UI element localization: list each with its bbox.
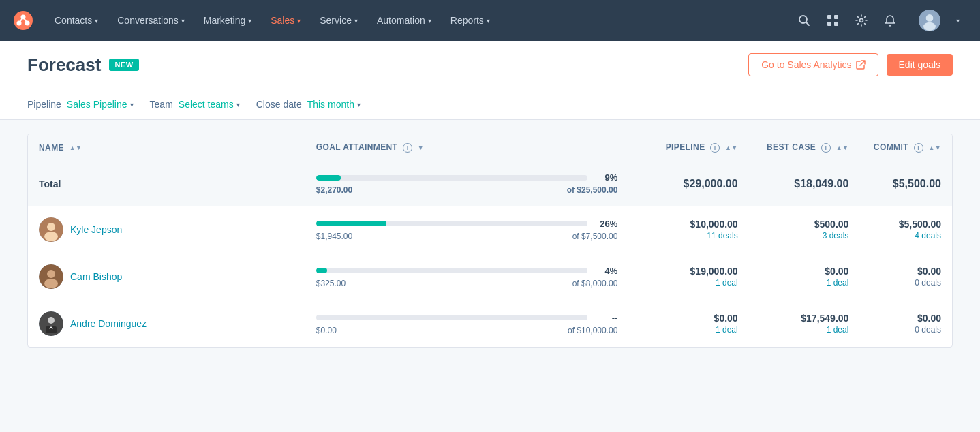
external-link-icon (856, 60, 866, 70)
bestcase-info-icon[interactable]: i (821, 143, 831, 153)
person-goal-cell: -- $0.00 of $10,000.00 (305, 300, 629, 348)
bestcase-deals[interactable]: 1 deal (760, 325, 849, 335)
pipeline-amount: $19,000.00 (639, 266, 737, 277)
pipeline-info-icon[interactable]: i (710, 143, 720, 153)
total-row: Total 9% $2,270.00 of $25,500.00 (28, 161, 952, 206)
pipeline-sort-icon[interactable]: ▲▼ (725, 144, 738, 151)
svg-rect-11 (834, 22, 838, 26)
svg-point-15 (923, 22, 936, 31)
bestcase-amount: $500.00 (760, 219, 849, 230)
nav-item-sales[interactable]: Sales ▾ (262, 11, 309, 30)
pipeline-amount: $10,000.00 (639, 219, 737, 230)
pipeline-cell: $0.00 1 deal (628, 300, 748, 348)
commit-cell: $5,500.00 4 deals (859, 206, 952, 253)
svg-rect-9 (834, 15, 838, 19)
person-name-link[interactable]: Cam Bishop (70, 271, 122, 282)
bestcase-cell: $500.00 3 deals (749, 206, 860, 253)
goal-sort-icon[interactable]: ▼ (418, 144, 424, 151)
nav-item-reports[interactable]: Reports ▾ (442, 11, 498, 30)
navbar: Contacts ▾ Conversations ▾ Marketing ▾ S… (0, 0, 980, 41)
hubspot-logo[interactable] (11, 8, 35, 33)
nav-item-automation[interactable]: Automation ▾ (369, 11, 440, 30)
sales-analytics-button[interactable]: Go to Sales Analytics (748, 53, 878, 76)
bestcase-amount: $0.00 (760, 266, 849, 277)
nav-item-contacts[interactable]: Contacts ▾ (46, 11, 106, 30)
pipeline-cell: $10,000.00 11 deals (628, 206, 748, 253)
nav-item-marketing[interactable]: Marketing ▾ (196, 11, 260, 30)
nav-item-service[interactable]: Service ▾ (311, 11, 366, 30)
goal-info-icon[interactable]: i (403, 143, 412, 153)
notifications-icon[interactable] (878, 9, 902, 32)
search-icon[interactable] (793, 9, 816, 32)
svg-point-14 (926, 14, 934, 22)
goal-bar-bg (316, 315, 588, 320)
nav-item-conversations[interactable]: Conversations ▾ (109, 11, 193, 30)
closedate-select[interactable]: This month ▾ (307, 99, 361, 110)
edit-goals-button[interactable]: Edit goals (887, 54, 953, 76)
commit-amount: $5,500.00 (870, 219, 941, 230)
pipeline-chevron-icon: ▾ (130, 101, 134, 108)
header-actions: Go to Sales Analytics Edit goals (748, 53, 953, 76)
svg-point-17 (47, 223, 55, 231)
total-goal-pct: 9% (593, 172, 617, 183)
account-chevron-icon[interactable]: ▾ (946, 9, 969, 32)
pipeline-deals[interactable]: 1 deal (639, 325, 737, 335)
page-title-area: Forecast NEW (27, 55, 139, 76)
commit-amount: $0.00 (870, 313, 941, 324)
total-label-cell: Total (28, 161, 305, 206)
svg-rect-10 (827, 22, 831, 26)
table-header-row: NAME ▲▼ GOAL ATTAINMENT i ▼ PIPELINE i ▲… (28, 134, 952, 161)
person-goal-cell: 26% $1,945.00 of $7,500.00 (305, 206, 629, 253)
chevron-down-icon: ▾ (354, 17, 358, 25)
team-select[interactable]: Select teams ▾ (179, 99, 240, 110)
commit-deals[interactable]: 0 deals (870, 278, 941, 288)
col-header-name: NAME ▲▼ (28, 134, 305, 161)
person-name-link[interactable]: Kyle Jepson (70, 224, 122, 235)
goal-amount: $0.00 (316, 326, 337, 335)
goal-of: of $10,000.00 (568, 326, 617, 335)
commit-cell: $0.00 0 deals (859, 253, 952, 300)
commit-sort-icon[interactable]: ▲▼ (928, 144, 941, 151)
col-header-pipeline: PIPELINE i ▲▼ (628, 134, 748, 161)
bestcase-sort-icon[interactable]: ▲▼ (836, 144, 849, 151)
total-goal-of: of $25,500.00 (567, 185, 618, 195)
pipeline-filter: Pipeline Sales Pipeline ▾ (27, 99, 134, 110)
svg-point-0 (14, 11, 33, 30)
bestcase-deals[interactable]: 3 deals (760, 231, 849, 241)
commit-amount: $0.00 (870, 266, 941, 277)
commit-deals[interactable]: 4 deals (870, 231, 941, 241)
chevron-down-icon: ▾ (95, 17, 98, 25)
col-header-commit: COMMIT i ▲▼ (859, 134, 952, 161)
name-sort-icon[interactable]: ▲▼ (70, 144, 82, 151)
svg-point-20 (47, 270, 55, 278)
pipeline-select[interactable]: Sales Pipeline ▾ (67, 99, 134, 110)
bestcase-cell: $17,549.00 1 deal (749, 300, 860, 348)
person-avatar (39, 217, 63, 242)
goal-pct: 4% (593, 266, 617, 276)
table-row: Cam Bishop 4% $325.00 of $8,000.00 $19,0… (28, 253, 952, 300)
person-name-link[interactable]: Andre Dominguez (70, 318, 147, 329)
pipeline-deals[interactable]: 11 deals (639, 231, 737, 241)
bestcase-deals[interactable]: 1 deal (760, 278, 849, 288)
svg-line-7 (806, 22, 810, 26)
commit-deals[interactable]: 0 deals (870, 325, 941, 335)
commit-cell: $0.00 0 deals (859, 300, 952, 348)
nav-divider (910, 11, 910, 30)
commit-info-icon[interactable]: i (914, 143, 923, 153)
goal-bar-fill (316, 268, 327, 273)
svg-point-18 (44, 232, 58, 241)
nav-icons: ▾ (793, 9, 969, 32)
goal-of: of $7,500.00 (572, 232, 618, 241)
pipeline-deals[interactable]: 1 deal (639, 278, 737, 288)
marketplace-icon[interactable] (821, 9, 844, 32)
user-avatar[interactable] (919, 10, 940, 31)
chevron-down-icon: ▾ (428, 17, 431, 25)
svg-point-21 (44, 279, 58, 288)
goal-amount: $1,945.00 (316, 232, 352, 241)
closedate-chevron-icon: ▾ (357, 101, 361, 108)
svg-point-23 (48, 317, 55, 324)
pipeline-amount: $0.00 (639, 313, 737, 324)
chevron-down-icon: ▾ (487, 17, 490, 25)
team-filter: Team Select teams ▾ (150, 99, 240, 110)
settings-icon[interactable] (850, 9, 873, 32)
